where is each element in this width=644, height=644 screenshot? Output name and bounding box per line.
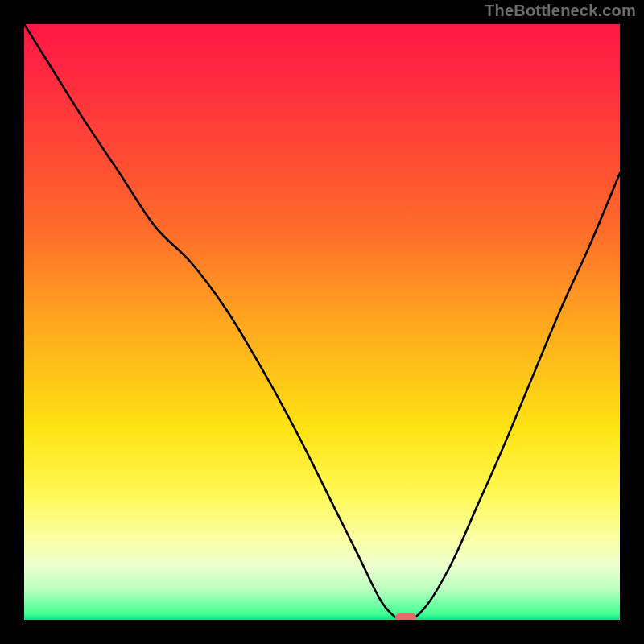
curve-path — [24, 24, 620, 620]
optimal-point-marker — [395, 613, 416, 620]
plot-area — [24, 24, 620, 620]
bottleneck-curve — [24, 24, 620, 620]
chart-frame: TheBottleneck.com — [0, 0, 644, 644]
watermark-text: TheBottleneck.com — [485, 2, 636, 20]
